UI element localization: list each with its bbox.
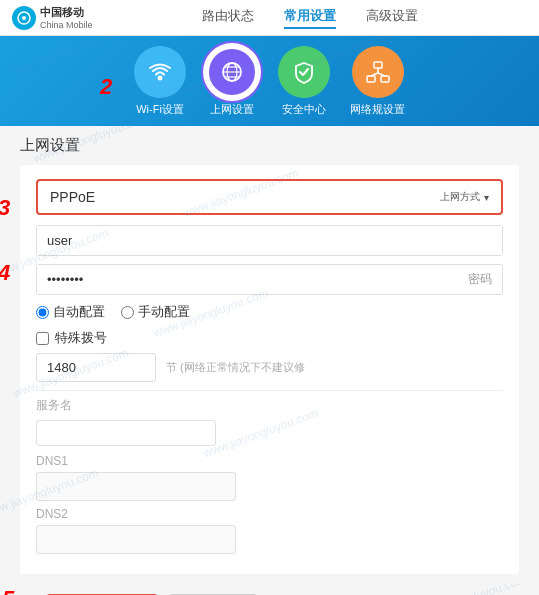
- logo-icon: [12, 6, 36, 30]
- security-label: 安全中心: [282, 102, 326, 117]
- dns1-label: DNS1: [36, 454, 503, 468]
- wifi-label: Wi-Fi设置: [136, 102, 184, 117]
- password-row: 密码: [36, 264, 503, 295]
- watermark-text-btn: www.jiayongluyou.com: [409, 584, 528, 595]
- svg-point-1: [22, 16, 26, 20]
- special-dial-checkbox[interactable]: [36, 332, 49, 345]
- password-label: 密码: [468, 271, 502, 288]
- annotation-2: 2: [100, 74, 112, 100]
- header: 中国移动 China Mobile 路由状态 常用设置 高级设置: [0, 0, 539, 36]
- pppoe-select-label: 上网方式: [440, 190, 480, 204]
- svg-point-2: [158, 75, 163, 80]
- radio-auto-text: 自动配置: [53, 303, 105, 321]
- security-icon: [278, 46, 330, 98]
- banner-icon-security[interactable]: 安全中心: [278, 46, 330, 117]
- network-icon: [352, 46, 404, 98]
- radio-auto-label: 自动配置: [36, 303, 105, 321]
- svg-rect-8: [374, 62, 382, 68]
- password-input[interactable]: [37, 265, 468, 294]
- mac-label: 服务名: [36, 397, 72, 414]
- annotation-5: 5: [2, 586, 14, 595]
- dns2-input[interactable]: [36, 525, 236, 554]
- internet-label: 上网设置: [210, 102, 254, 117]
- mtu-row: 节 (网络正常情况下不建议修: [36, 353, 503, 382]
- wifi-icon: [134, 46, 186, 98]
- annotation-4: 4: [0, 260, 10, 286]
- svg-rect-10: [381, 76, 389, 82]
- dns2-label: DNS2: [36, 507, 503, 521]
- pppoe-select-dropdown[interactable]: 上网方式 ▾: [440, 190, 489, 204]
- watermark-banner: www.jiayongluyou.com www.jiayongluyou.co…: [0, 36, 539, 126]
- radio-row: 自动配置 手动配置: [36, 303, 503, 321]
- pppoe-label: PPPoE: [50, 189, 95, 205]
- logo: 中国移动 China Mobile: [12, 5, 93, 30]
- button-row: 5 应用 取消 www.jiayongluyou.com: [0, 584, 539, 595]
- dns1-input[interactable]: [36, 472, 236, 501]
- banner-icon-internet[interactable]: 上网设置: [206, 46, 258, 117]
- username-input[interactable]: [37, 226, 502, 255]
- divider-1: [36, 390, 503, 391]
- banner-icon-wifi[interactable]: Wi-Fi设置: [134, 46, 186, 117]
- nav-tabs: 路由状态 常用设置 高级设置: [93, 7, 527, 29]
- radio-manual[interactable]: [121, 306, 134, 319]
- mac-row: 服务名: [36, 397, 503, 414]
- mtu-input[interactable]: [36, 353, 156, 382]
- tab-advanced-settings[interactable]: 高级设置: [366, 7, 418, 29]
- radio-manual-text: 手动配置: [138, 303, 190, 321]
- banner-icon-network[interactable]: 网络规设置: [350, 46, 405, 117]
- svg-rect-9: [367, 76, 375, 82]
- network-label: 网络规设置: [350, 102, 405, 117]
- mtu-hint: 节 (网络正常情况下不建议修: [166, 360, 305, 375]
- section-title: 上网设置: [20, 136, 519, 155]
- checkbox-row: 特殊拨号: [36, 329, 503, 347]
- mac-input[interactable]: [36, 420, 216, 446]
- pppoe-row: PPPoE 上网方式 ▾: [36, 179, 503, 215]
- internet-icon: [206, 46, 258, 98]
- main-section: www.jiayongluyou.com www.jiayongluyou.co…: [0, 126, 539, 584]
- banner: www.jiayongluyou.com www.jiayongluyou.co…: [0, 36, 539, 126]
- chevron-down-icon: ▾: [484, 192, 489, 203]
- special-dial-label: 特殊拨号: [55, 329, 107, 347]
- radio-auto[interactable]: [36, 306, 49, 319]
- tab-router-status[interactable]: 路由状态: [202, 7, 254, 29]
- radio-manual-label: 手动配置: [121, 303, 190, 321]
- logo-text: 中国移动 China Mobile: [40, 5, 93, 30]
- annotation-3: 3: [0, 195, 10, 221]
- tab-common-settings[interactable]: 常用设置: [284, 7, 336, 29]
- username-row: [36, 225, 503, 256]
